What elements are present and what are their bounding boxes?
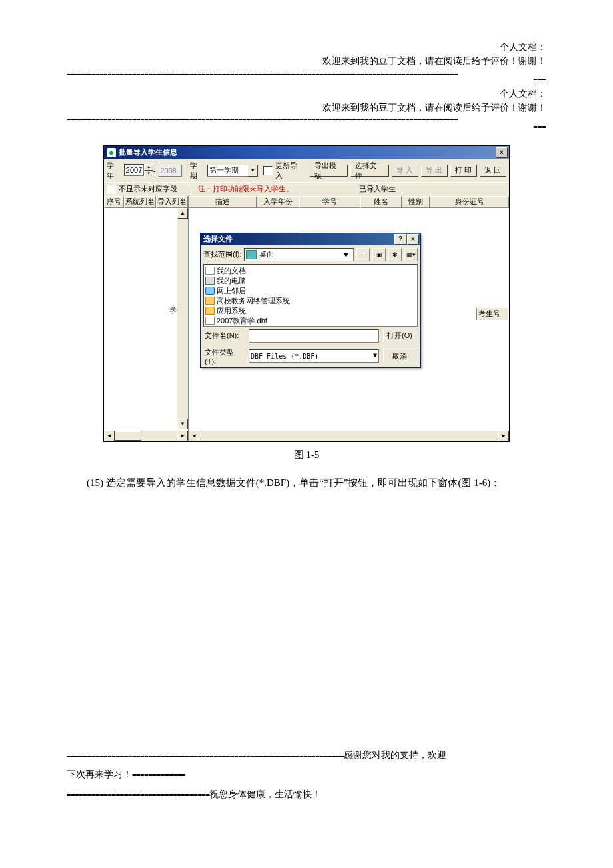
- year-from-spinner[interactable]: 2007 ▲▼: [124, 164, 151, 177]
- scroll-up-icon[interactable]: ▲: [177, 208, 188, 219]
- left-vscroll[interactable]: ▲ ▼: [177, 208, 188, 429]
- open-button[interactable]: 打开(O): [383, 329, 416, 343]
- look-in-dropdown[interactable]: 桌面 ▼: [244, 248, 354, 261]
- left-pane-head: 不显示未对应字段: [104, 183, 191, 196]
- scroll-right-icon-2[interactable]: ►: [498, 431, 509, 441]
- reimport-checkbox[interactable]: [263, 166, 273, 175]
- doc-header-2: 个人文档： 欢迎来到我的豆丁文档，请在阅读后给予评价！谢谢！: [67, 87, 546, 115]
- headers-row: 序号 系统列名 导入列名 描述 入学年份 学号 姓名 性别 身份证号: [104, 196, 509, 208]
- app-icon: ◆: [107, 148, 116, 157]
- header-line2: 欢迎来到我的豆丁文档，请在阅读后给予评价！谢谢！: [67, 54, 546, 68]
- left-hscroll[interactable]: ◄ ►: [104, 431, 188, 441]
- col-year: 入学年份: [257, 196, 299, 208]
- list-item[interactable]: 网上邻居: [205, 286, 416, 296]
- scroll-right-icon[interactable]: ►: [177, 431, 188, 441]
- col-sysname: 系统列名: [124, 196, 156, 208]
- filename-row: 文件名(N): 打开(O): [201, 327, 420, 345]
- drive-icon: [205, 277, 215, 285]
- folder-icon: [205, 297, 215, 305]
- file-list[interactable]: 我的文档 我的电脑 网上邻居 高校教务网络管理系统 应用系统 2007教育学.d…: [203, 264, 418, 327]
- list-item[interactable]: 2007教育学.dbf: [205, 316, 416, 326]
- semester-label: 学期: [190, 161, 205, 181]
- hide-unmapped-label: 不显示未对应字段: [119, 184, 177, 194]
- hide-unmapped-checkbox[interactable]: [107, 185, 116, 194]
- dialog-close-icon[interactable]: ×: [407, 234, 419, 245]
- nav-back-icon[interactable]: ←: [356, 248, 370, 261]
- footer-sep-3: ===================================: [67, 791, 209, 799]
- chevron-down-icon[interactable]: ▼: [342, 251, 352, 259]
- col-seq: 序号: [104, 196, 124, 208]
- col-name: 姓名: [360, 196, 402, 208]
- right-headers: 描述 入学年份 学号 姓名 性别 身份证号: [189, 196, 509, 208]
- new-folder-icon[interactable]: ✽: [388, 248, 402, 261]
- footer-sep-2: =============: [132, 771, 185, 779]
- footer-sep-1: ========================================…: [67, 751, 344, 760]
- semester-value: 第一学期: [207, 165, 247, 177]
- nav-up-icon[interactable]: ▣: [372, 248, 386, 261]
- filetype-row: 文件类型(T): DBF Files (*.DBF) ▼ 取消: [201, 345, 420, 367]
- footer-text-2: 下次再来学习！: [67, 769, 132, 779]
- print-button[interactable]: 打 印: [450, 165, 477, 177]
- col-sid: 学号: [299, 196, 360, 208]
- year-from-input[interactable]: 2007: [124, 164, 144, 176]
- filename-input[interactable]: [249, 329, 379, 343]
- close-icon[interactable]: ×: [496, 147, 508, 158]
- look-in-row: 查找范围(I): 桌面 ▼ ← ▣ ✽ ▦▾: [201, 245, 420, 264]
- list-item[interactable]: 我的电脑: [205, 276, 416, 286]
- header2-line2: 欢迎来到我的豆丁文档，请在阅读后给予评价！谢谢！: [67, 101, 546, 115]
- col-gender: 性别: [402, 196, 430, 208]
- year-label: 学年: [107, 161, 121, 181]
- toolbar: 学年 2007 ▲▼ - 2008 学期 第一学期 ▼ 更新导入 导出模板 选择…: [104, 159, 509, 182]
- left-grid: 学生 ▲ ▼ ◄ ►: [104, 208, 189, 441]
- window-title: 批量导入学生信息: [119, 147, 496, 157]
- filetype-label: 文件类型(T):: [205, 347, 245, 365]
- dialog-title: 选择文件: [203, 234, 233, 244]
- file-icon: [205, 317, 215, 325]
- col-desc: 描述: [189, 196, 257, 208]
- app-window: ◆ 批量导入学生信息 × 学年 2007 ▲▼ - 2008 学期 第一学期 ▼…: [103, 145, 510, 442]
- col-importname: 导入列名: [156, 196, 188, 208]
- file-icon: [205, 267, 215, 275]
- list-item[interactable]: 我的文档: [205, 266, 416, 276]
- footer-text-3: 祝您身体健康，生活愉快！: [209, 789, 321, 799]
- chevron-down-icon[interactable]: ▼: [373, 351, 377, 361]
- titlebar: ◆ 批量导入学生信息 ×: [104, 146, 509, 159]
- chevron-down-icon[interactable]: ▼: [247, 165, 258, 177]
- exam-id-label: 考生号: [476, 308, 508, 320]
- scroll-left-icon[interactable]: ◄: [104, 431, 115, 441]
- export-template-button[interactable]: 导出模板: [310, 165, 348, 177]
- help-icon[interactable]: ?: [394, 234, 406, 245]
- export-button[interactable]: 导 出: [421, 165, 448, 177]
- scroll-down-icon[interactable]: ▼: [177, 419, 188, 429]
- list-item[interactable]: 高校教务网络管理系统: [205, 296, 416, 306]
- select-file-button[interactable]: 选择文件: [350, 165, 389, 177]
- folder-icon: [205, 307, 215, 315]
- list-item[interactable]: 应用系统: [205, 306, 416, 316]
- imported-label: 已导入学生: [359, 184, 396, 194]
- back-button[interactable]: 返 回: [480, 165, 506, 177]
- print-note: 注：打印功能限未导入学生。: [198, 184, 293, 194]
- filetype-value: DBF Files (*.DBF): [251, 353, 318, 360]
- import-button[interactable]: 导 入: [392, 165, 418, 177]
- right-hscroll[interactable]: ◄ ►: [189, 431, 509, 441]
- look-in-value: 桌面: [259, 249, 274, 259]
- col-idnum: 身份证号: [430, 196, 509, 208]
- instruction-paragraph: (15) 选定需要导入的学生信息数据文件(*.DBF)，单击“打开”按钮，即可出…: [87, 473, 526, 493]
- header-line1: 个人文档：: [67, 40, 546, 54]
- footer: ========================================…: [67, 745, 546, 804]
- spinner-buttons[interactable]: ▲▼: [144, 164, 153, 177]
- scroll-thumb[interactable]: [115, 431, 141, 441]
- semester-dropdown[interactable]: 第一学期 ▼: [207, 165, 258, 177]
- header2-line1: 个人文档：: [67, 87, 546, 101]
- network-icon: [205, 287, 215, 295]
- header-sep-end-1: ===: [67, 78, 546, 84]
- subheader: 不显示未对应字段 注：打印功能限未导入学生。 已导入学生: [104, 182, 509, 196]
- cancel-button[interactable]: 取消: [383, 349, 416, 363]
- filename-label: 文件名(N):: [205, 331, 245, 341]
- desktop-icon: [246, 250, 257, 259]
- view-menu-icon[interactable]: ▦▾: [404, 248, 418, 261]
- figure-caption: 图 1-5: [67, 449, 546, 461]
- filetype-dropdown[interactable]: DBF Files (*.DBF) ▼: [249, 349, 379, 363]
- header-sep-2: ========================================…: [67, 116, 546, 125]
- scroll-left-icon-2[interactable]: ◄: [189, 431, 199, 441]
